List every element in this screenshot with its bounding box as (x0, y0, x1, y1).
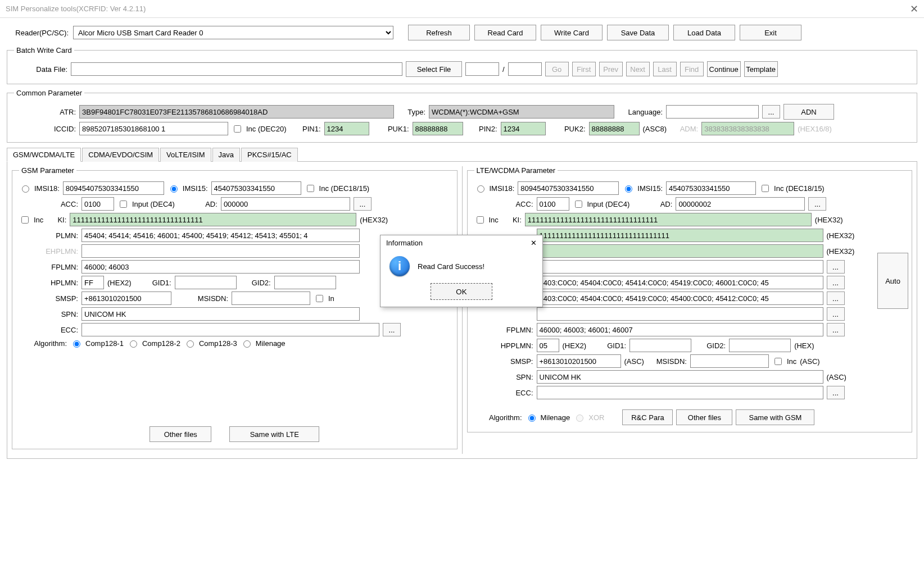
gsm-ecc-browse-button[interactable]: ... (383, 323, 401, 336)
lte-hpplmn-input[interactable] (537, 339, 559, 352)
lte-row-b-button[interactable]: ... (827, 291, 845, 305)
lte-empty-b-input[interactable] (537, 307, 823, 321)
load-data-button[interactable]: Load Data (673, 25, 735, 40)
lte-imsi18-radio[interactable] (477, 185, 484, 193)
tab-java[interactable]: Java (212, 148, 240, 162)
lte-empty-b-button[interactable]: ... (827, 307, 845, 321)
lte-extra-input[interactable] (537, 244, 823, 258)
lte-gid1-input[interactable] (629, 339, 691, 352)
lte-smsp-input[interactable] (537, 354, 621, 368)
lte-ki-inc-checkbox[interactable] (477, 216, 484, 224)
language-input[interactable] (666, 105, 759, 119)
gsm-same-with-lte-button[interactable]: Same with LTE (229, 426, 319, 442)
lte-acc-input[interactable] (537, 197, 569, 211)
lte-imsi15-input[interactable] (666, 181, 756, 195)
close-icon[interactable]: ✕ (910, 3, 918, 15)
gsm-msisdn-input[interactable] (232, 291, 310, 305)
gsm-alg-comp128-3-radio[interactable] (187, 340, 194, 348)
dialog-ok-button[interactable]: OK (431, 283, 492, 300)
lte-opc-input[interactable] (537, 229, 823, 242)
lte-input-dec4-checkbox[interactable] (575, 201, 582, 208)
lte-imsi18-input[interactable] (518, 181, 619, 195)
gsm-plmn-input[interactable] (81, 229, 360, 242)
gsm-ki-inc-checkbox[interactable] (21, 216, 29, 224)
gsm-imsi18-input[interactable] (63, 181, 164, 195)
datafile-input[interactable] (71, 62, 402, 76)
gsm-inc-checkbox[interactable] (307, 185, 314, 192)
lte-msisdn-input[interactable] (690, 354, 769, 368)
lte-ad-browse-button[interactable]: ... (808, 197, 826, 211)
continue-button[interactable]: Continue (707, 61, 741, 77)
gsm-ad-input[interactable] (221, 197, 350, 211)
lte-ad-input[interactable] (676, 197, 805, 211)
dialog-close-icon[interactable]: ✕ (531, 239, 537, 247)
tab-volte-isim[interactable]: VoLTE/ISIM (160, 148, 211, 162)
atr-input[interactable] (79, 105, 394, 119)
gsm-ad-browse-button[interactable]: ... (354, 197, 372, 211)
type-input[interactable] (429, 105, 614, 119)
first-button[interactable]: First (572, 62, 596, 76)
lte-fplmn-input[interactable] (537, 323, 823, 336)
tab-pkcs15-ac[interactable]: PKCS#15/AC (241, 148, 298, 162)
gsm-ehplmn-input[interactable] (81, 244, 360, 258)
lte-gid2-input[interactable] (729, 339, 791, 352)
lte-auto-button[interactable]: Auto (877, 253, 908, 309)
gsm-hplmn-input[interactable] (81, 276, 104, 289)
refresh-button[interactable]: Refresh (408, 25, 470, 40)
pin2-input[interactable] (501, 122, 546, 135)
language-browse-button[interactable]: ... (762, 105, 780, 119)
gsm-other-files-button[interactable]: Other files (150, 426, 211, 442)
lte-ecc-input[interactable] (537, 386, 823, 399)
gsm-alg-comp128-2-radio[interactable] (130, 340, 137, 348)
batch-progress-a[interactable] (465, 62, 499, 76)
gsm-gid1-input[interactable] (175, 276, 237, 289)
write-card-button[interactable]: Write Card (541, 25, 603, 40)
lte-inc-checkbox[interactable] (762, 185, 769, 192)
exit-button[interactable]: Exit (740, 25, 801, 40)
lte-empty-a-button[interactable]: ... (827, 260, 845, 274)
read-card-button[interactable]: Read Card (474, 25, 536, 40)
gsm-input-dec4-checkbox[interactable] (120, 201, 127, 208)
lte-empty-a-input[interactable] (537, 260, 823, 274)
lte-row-a-button[interactable]: ... (827, 276, 845, 289)
lte-imsi15-radio[interactable] (625, 185, 632, 193)
adm-input[interactable] (701, 122, 794, 135)
lte-other-files-button[interactable]: Other files (676, 409, 732, 425)
lte-row-b-input[interactable] (537, 291, 823, 305)
gsm-smsp-input[interactable] (81, 291, 171, 305)
gsm-imsi18-radio[interactable] (22, 185, 29, 193)
tab-cdma-evdo-csim[interactable]: CDMA/EVDO/CSIM (82, 148, 159, 162)
lte-row-a-input[interactable] (537, 276, 823, 289)
adn-button[interactable]: ADN (783, 104, 834, 120)
select-file-button[interactable]: Select File (406, 61, 462, 77)
lte-same-with-gsm-button[interactable]: Same with GSM (736, 409, 814, 425)
gsm-gid2-input[interactable] (274, 276, 336, 289)
tab-gsm-wcdma-lte[interactable]: GSM/WCDMA/LTE (7, 148, 81, 162)
iccid-input[interactable] (79, 122, 228, 135)
lte-msisdn-inc-checkbox[interactable] (774, 358, 782, 365)
gsm-alg-comp128-1-radio[interactable] (73, 340, 80, 348)
gsm-alg-milenage-radio[interactable] (243, 340, 251, 348)
save-data-button[interactable]: Save Data (607, 25, 669, 40)
lte-fplmn-button[interactable]: ... (827, 323, 845, 336)
batch-progress-b[interactable] (508, 62, 542, 76)
go-button[interactable]: Go (545, 62, 569, 76)
gsm-imsi15-input[interactable] (211, 181, 301, 195)
template-button[interactable]: Template (744, 61, 778, 77)
lte-alg-xor-radio[interactable] (576, 414, 583, 422)
prev-button[interactable]: Prev (599, 62, 623, 76)
find-button[interactable]: Find (680, 62, 704, 76)
gsm-msisdn-inc-checkbox[interactable] (316, 295, 323, 302)
gsm-acc-input[interactable] (81, 197, 114, 211)
next-button[interactable]: Next (626, 62, 650, 76)
lte-ecc-browse-button[interactable]: ... (827, 386, 845, 399)
reader-select[interactable]: Alcor Micro USB Smart Card Reader 0 (73, 26, 393, 39)
last-button[interactable]: Last (653, 62, 677, 76)
gsm-spn-input[interactable] (81, 307, 360, 321)
gsm-ecc-input[interactable] (81, 323, 379, 336)
puk1-input[interactable] (413, 122, 463, 135)
lte-alg-milenage-radio[interactable] (528, 414, 536, 422)
lte-rc-para-button[interactable]: R&C Para (622, 409, 673, 425)
pin1-input[interactable] (324, 122, 369, 135)
puk2-input[interactable] (589, 122, 640, 135)
